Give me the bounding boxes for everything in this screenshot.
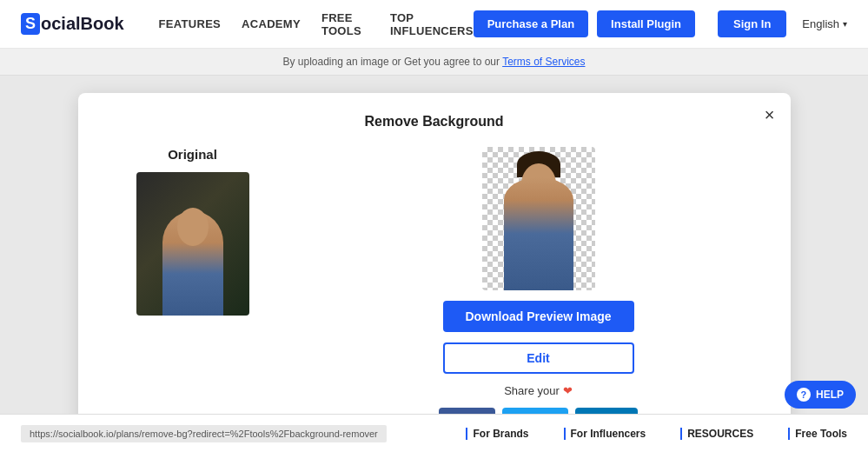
download-preview-button[interactable]: Download Preview Image xyxy=(443,301,634,332)
nav-features[interactable]: FEATURES xyxy=(159,17,222,30)
logo-text: ocialBook xyxy=(41,14,124,34)
purchase-plan-button[interactable]: Purchase a Plan xyxy=(474,10,588,37)
chevron-down-icon: ▾ xyxy=(843,19,847,29)
logo-s-icon: S xyxy=(21,13,40,35)
nav-top-influencers[interactable]: TOP INFLUENCERS xyxy=(390,11,474,37)
help-button[interactable]: ? HELP xyxy=(785,381,856,409)
install-plugin-button[interactable]: Install Plugin xyxy=(597,10,695,37)
footer-sections: For Brands For Influencers RESOURCES Fre… xyxy=(387,428,847,440)
result-section: Download Preview Image Edit Share your ❤… xyxy=(315,147,763,452)
footer: https://socialbook.io/plans/remove-bg?re… xyxy=(0,414,868,452)
top-bar: By uploading an image or Get you agree t… xyxy=(0,49,868,76)
footer-resources[interactable]: RESOURCES xyxy=(680,428,753,440)
person-body xyxy=(504,177,573,290)
footer-url: https://socialbook.io/plans/remove-bg?re… xyxy=(21,425,387,442)
modal-body: Original Download Preview Image Edit Sha… xyxy=(106,147,763,452)
modal-close-button[interactable]: × xyxy=(765,105,775,125)
navbar: S ocialBook FEATURES ACADEMY FREE TOOLS … xyxy=(0,0,868,49)
footer-for-influencers[interactable]: For Influencers xyxy=(564,428,646,440)
signin-button[interactable]: Sign In xyxy=(718,10,786,37)
nav-free-tools[interactable]: FREE TOOLS xyxy=(321,11,369,37)
modal-title: Remove Background xyxy=(106,114,763,130)
nav-academy[interactable]: ACADEMY xyxy=(242,17,301,30)
top-bar-text: By uploading an image or Get you agree t… xyxy=(283,56,500,68)
edit-button[interactable]: Edit xyxy=(443,342,634,374)
page-content: × Remove Background Original Download Pr… xyxy=(0,76,868,452)
language-selector[interactable]: English ▾ xyxy=(802,17,847,30)
nav-links: FEATURES ACADEMY FREE TOOLS TOP INFLUENC… xyxy=(159,11,474,37)
help-question-icon: ? xyxy=(797,388,811,402)
logo[interactable]: S ocialBook xyxy=(21,13,124,35)
terms-link[interactable]: Terms of Services xyxy=(502,56,585,68)
footer-free-tools[interactable]: Free Tools xyxy=(788,428,847,440)
share-label: Share your xyxy=(504,384,560,397)
language-label: English xyxy=(802,17,839,30)
original-label: Original xyxy=(168,147,217,162)
modal: × Remove Background Original Download Pr… xyxy=(78,93,791,452)
nav-buttons: Purchase a Plan Install Plugin Sign In E… xyxy=(474,10,847,37)
help-label: HELP xyxy=(816,389,844,401)
footer-for-brands[interactable]: For Brands xyxy=(466,428,528,440)
original-image xyxy=(136,172,249,316)
result-image xyxy=(482,147,595,290)
original-section: Original xyxy=(106,147,280,316)
heart-icon: ❤ xyxy=(563,384,573,397)
share-row: Share your ❤ xyxy=(504,384,573,397)
